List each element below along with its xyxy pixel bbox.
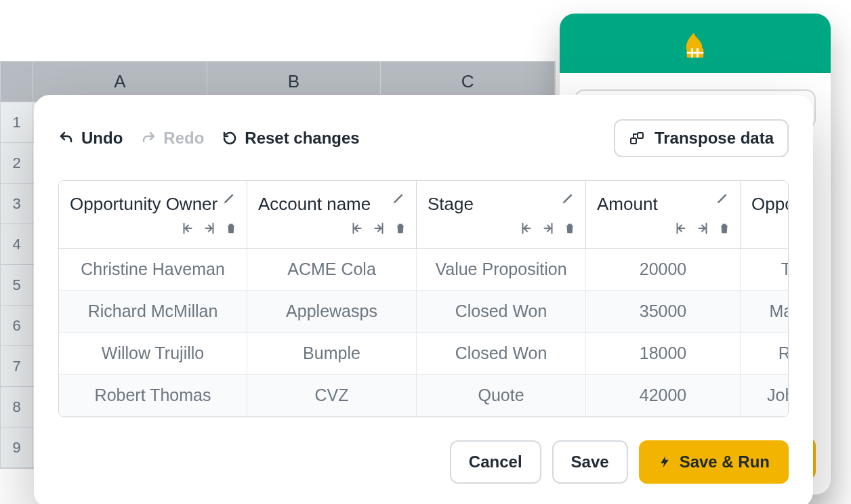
transpose-label: Transpose data xyxy=(655,129,774,148)
column-header[interactable]: Opportunity Owner xyxy=(59,181,247,249)
modal-toolbar: Undo Redo Reset changes Transpose data xyxy=(58,119,789,157)
svg-rect-4 xyxy=(631,138,636,144)
edit-column-icon[interactable] xyxy=(561,190,576,209)
undo-icon xyxy=(58,130,75,146)
redo-label: Redo xyxy=(163,129,204,148)
edit-column-icon[interactable] xyxy=(715,190,730,209)
redo-icon xyxy=(140,130,157,146)
edit-column-icon[interactable] xyxy=(222,190,237,209)
column-title: Account name xyxy=(258,193,405,215)
table-cell[interactable]: 42000 xyxy=(586,375,741,417)
sheet-row-header[interactable]: 6 xyxy=(1,306,33,346)
table-cell[interactable]: CVZ xyxy=(247,375,417,417)
table-cell[interactable]: Closed Won xyxy=(417,291,586,333)
redo-button[interactable]: Redo xyxy=(140,129,204,148)
cancel-button[interactable]: Cancel xyxy=(450,440,541,484)
data-preview-modal: Undo Redo Reset changes Transpose data xyxy=(34,95,813,504)
move-right-icon[interactable] xyxy=(371,221,386,240)
move-right-icon[interactable] xyxy=(541,221,556,240)
table-cell[interactable]: Willow Trujillo xyxy=(59,333,247,375)
delete-column-icon[interactable] xyxy=(717,221,732,240)
edit-column-icon[interactable] xyxy=(392,190,407,209)
table-cell[interactable]: Tim xyxy=(741,249,789,291)
sheet-row-header[interactable]: 2 xyxy=(1,143,33,184)
reset-button[interactable]: Reset changes xyxy=(222,129,359,148)
transpose-button[interactable]: Transpose data xyxy=(614,119,789,157)
save-button[interactable]: Save xyxy=(552,440,628,484)
column-title: Amount xyxy=(597,193,729,215)
table-cell[interactable]: 20000 xyxy=(586,249,741,291)
sheet-row-header[interactable]: 9 xyxy=(1,427,33,468)
table-cell[interactable]: Robert Thomas xyxy=(59,375,247,417)
move-left-icon[interactable] xyxy=(180,221,195,240)
sheet-row-header[interactable]: 8 xyxy=(1,387,33,427)
delete-column-icon[interactable] xyxy=(224,221,238,240)
table-cell[interactable]: Quote xyxy=(417,375,586,417)
move-left-icon[interactable] xyxy=(673,221,688,240)
table-cell[interactable]: Bumple xyxy=(247,333,417,375)
column-header[interactable]: Account name xyxy=(247,181,417,249)
save-run-label: Save & Run xyxy=(680,453,770,471)
table-cell[interactable]: Richard McMillan xyxy=(59,291,247,333)
move-left-icon[interactable] xyxy=(350,221,365,240)
data-grid: Opportunity Owner Account name xyxy=(58,180,789,417)
cancel-label: Cancel xyxy=(469,453,522,471)
reset-label: Reset changes xyxy=(245,129,359,148)
table-cell[interactable]: Value Proposition xyxy=(417,249,586,291)
move-left-icon[interactable] xyxy=(519,221,534,240)
move-right-icon[interactable] xyxy=(202,221,217,240)
table-cell[interactable]: Rick xyxy=(741,333,789,375)
reset-icon xyxy=(222,130,238,146)
delete-column-icon[interactable] xyxy=(393,221,408,240)
column-header[interactable]: Stage xyxy=(417,181,586,249)
modal-footer: Cancel Save Save & Run xyxy=(34,440,813,484)
table-cell[interactable]: Applewasps xyxy=(247,291,417,333)
sidebar-header xyxy=(560,14,831,73)
column-header[interactable]: Amount xyxy=(586,181,741,249)
sheet-row-header[interactable]: 1 xyxy=(1,102,33,143)
undo-label: Undo xyxy=(81,129,123,148)
table-cell[interactable]: Christine Haveman xyxy=(59,249,247,291)
column-header[interactable]: Opportu xyxy=(741,181,789,249)
sheet-row-header[interactable]: 5 xyxy=(1,265,33,306)
table-cell[interactable]: ACME Cola xyxy=(247,249,417,291)
column-title: Opportu xyxy=(751,193,789,215)
delete-column-icon[interactable] xyxy=(562,221,577,240)
sheet-corner xyxy=(1,62,33,102)
table-cell[interactable]: Max M xyxy=(741,291,789,333)
table-cell[interactable]: John M xyxy=(741,375,789,417)
app-logo-icon xyxy=(676,24,714,62)
save-label: Save xyxy=(571,453,609,471)
sheet-row-header[interactable]: 4 xyxy=(1,224,33,265)
lightning-icon xyxy=(658,455,671,469)
table-cell[interactable]: Closed Won xyxy=(417,333,586,375)
svg-rect-5 xyxy=(638,133,643,138)
sheet-row-header[interactable]: 7 xyxy=(1,346,33,387)
column-title: Opportunity Owner xyxy=(70,193,236,215)
transpose-icon xyxy=(629,130,645,146)
move-right-icon[interactable] xyxy=(695,221,710,240)
table-cell[interactable]: 35000 xyxy=(586,291,741,333)
sheet-row-header[interactable]: 3 xyxy=(1,184,33,224)
table-cell[interactable]: 18000 xyxy=(586,333,741,375)
undo-button[interactable]: Undo xyxy=(58,129,123,148)
save-and-run-button[interactable]: Save & Run xyxy=(639,440,789,484)
column-title: Stage xyxy=(428,193,575,215)
